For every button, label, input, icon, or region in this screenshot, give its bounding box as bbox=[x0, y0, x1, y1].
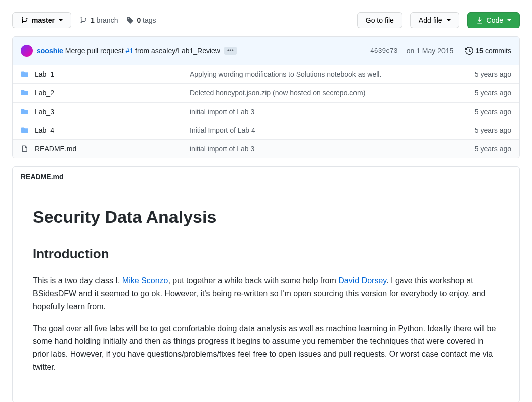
readme-p1: This is a two day class I, Mike Sconzo, … bbox=[33, 274, 499, 313]
commit-sha[interactable]: 4639c73 bbox=[370, 47, 398, 55]
commits-count: 15 bbox=[475, 47, 483, 55]
file-name-link[interactable]: Lab_4 bbox=[35, 126, 54, 134]
branch-name: master bbox=[32, 15, 55, 25]
branches-link[interactable]: 1 branch bbox=[79, 16, 118, 24]
branches-count: 1 bbox=[91, 16, 95, 24]
file-list: Lab_1 Applying wording modifications to … bbox=[13, 65, 519, 158]
file-name-link[interactable]: Lab_3 bbox=[35, 108, 54, 116]
code-label: Code bbox=[487, 15, 503, 25]
chevron-down-icon bbox=[447, 19, 451, 21]
author-link[interactable]: sooshie bbox=[37, 47, 63, 55]
file-icon bbox=[21, 145, 29, 153]
readme-box: README.md Security Data Analysis Introdu… bbox=[12, 166, 520, 402]
readme-p2: The goal over all five labs will be to g… bbox=[33, 322, 499, 373]
pull-request-link[interactable]: #1 bbox=[126, 47, 134, 55]
file-name-link[interactable]: Lab_1 bbox=[35, 70, 54, 78]
chevron-down-icon bbox=[59, 19, 63, 21]
add-file-label: Add file bbox=[419, 15, 442, 25]
chevron-down-icon bbox=[507, 19, 511, 21]
file-age: 5 years ago bbox=[451, 70, 511, 78]
branch-selector-button[interactable]: master bbox=[12, 12, 71, 28]
commits-label: commits bbox=[485, 47, 511, 55]
history-icon bbox=[465, 47, 473, 55]
tags-link[interactable]: 0 tags bbox=[126, 16, 156, 24]
file-commit-message[interactable]: initial import of Lab 3 bbox=[190, 145, 443, 153]
tag-icon bbox=[126, 16, 134, 24]
add-file-button[interactable]: Add file bbox=[410, 12, 459, 28]
branches-label: branch bbox=[97, 16, 118, 24]
author-link-1[interactable]: Mike Sconzo bbox=[122, 276, 168, 285]
tags-count: 0 bbox=[137, 16, 141, 24]
file-commit-message[interactable]: initial import of Lab 3 bbox=[190, 108, 443, 116]
go-to-file-button[interactable]: Go to file bbox=[357, 12, 402, 28]
file-row: Lab_1 Applying wording modifications to … bbox=[13, 65, 519, 84]
git-branch-icon bbox=[21, 16, 29, 24]
folder-icon bbox=[21, 108, 29, 116]
download-icon bbox=[476, 16, 484, 24]
file-age: 5 years ago bbox=[451, 145, 511, 153]
folder-icon bbox=[21, 70, 29, 78]
file-row: Lab_4 Initial Import of Lab 4 5 years ag… bbox=[13, 121, 519, 140]
readme-content: Security Data Analysis Introduction This… bbox=[13, 187, 519, 402]
author-link-2[interactable]: David Dorsey bbox=[338, 276, 386, 285]
commit-date: on 1 May 2015 bbox=[407, 47, 454, 55]
file-commit-message[interactable]: Deleted honeypot.json.zip (now hosted on… bbox=[190, 89, 443, 97]
expand-commit-message-button[interactable]: ••• bbox=[224, 47, 237, 55]
git-branch-icon bbox=[79, 16, 87, 24]
code-download-button[interactable]: Code bbox=[467, 12, 520, 28]
readme-h2: Introduction bbox=[33, 246, 499, 266]
readme-filename: README.md bbox=[13, 167, 519, 187]
file-commit-message[interactable]: Initial Import of Lab 4 bbox=[190, 126, 443, 134]
commit-message-prefix: Merge pull request bbox=[65, 47, 126, 55]
file-row: Lab_2 Deleted honeypot.json.zip (now hos… bbox=[13, 84, 519, 103]
commits-history-link[interactable]: 15 commits bbox=[465, 47, 511, 55]
tags-label: tags bbox=[143, 16, 156, 24]
latest-commit-header: sooshie Merge pull request #1 from aseal… bbox=[13, 37, 519, 65]
files-box: sooshie Merge pull request #1 from aseal… bbox=[12, 36, 520, 158]
folder-icon bbox=[21, 89, 29, 97]
file-age: 5 years ago bbox=[451, 126, 511, 134]
file-row: README.md initial import of Lab 3 5 year… bbox=[13, 140, 519, 158]
folder-icon bbox=[21, 126, 29, 134]
file-age: 5 years ago bbox=[451, 108, 511, 116]
file-commit-message[interactable]: Applying wording modifications to Soluti… bbox=[190, 70, 443, 78]
readme-h1: Security Data Analysis bbox=[33, 207, 499, 232]
file-age: 5 years ago bbox=[451, 89, 511, 97]
file-row: Lab_3 initial import of Lab 3 5 years ag… bbox=[13, 103, 519, 121]
file-name-link[interactable]: README.md bbox=[35, 145, 76, 153]
go-to-file-label: Go to file bbox=[366, 15, 394, 25]
repo-toolbar: master 1 branch 0 tags Go to file Add fi… bbox=[12, 12, 520, 28]
author-avatar[interactable] bbox=[21, 45, 33, 57]
commit-message-suffix: from asealey/Lab1_Review bbox=[133, 47, 220, 55]
file-name-link[interactable]: Lab_2 bbox=[35, 89, 54, 97]
